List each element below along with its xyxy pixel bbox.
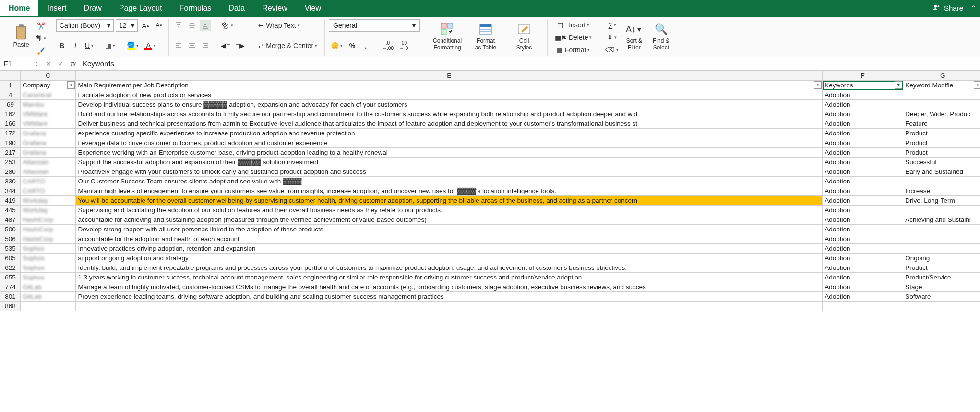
col-header-c[interactable]: C xyxy=(20,71,75,81)
cell[interactable]: Our Customer Success Team ensures client… xyxy=(76,177,823,186)
align-center-button[interactable] xyxy=(186,40,198,51)
header-cell-C[interactable]: Company▾ xyxy=(20,81,75,90)
row-header[interactable]: 655 xyxy=(0,273,21,282)
cell[interactable]: Adoption xyxy=(823,244,903,254)
cell[interactable]: Adoption xyxy=(823,254,903,263)
cell[interactable]: Adoption xyxy=(823,215,903,225)
cell[interactable]: 1-3 years working in customer success, t… xyxy=(76,273,823,282)
cell[interactable]: Deliver business and technical presentat… xyxy=(76,119,823,129)
cancel-formula-button[interactable]: ✕ xyxy=(42,60,55,68)
cell[interactable]: VMWare xyxy=(20,119,75,129)
tab-formulas[interactable]: Formulas xyxy=(171,0,220,16)
cell[interactable]: Increase xyxy=(903,186,980,196)
decrease-decimal-button[interactable]: .00→.0 xyxy=(397,40,410,51)
row-header[interactable]: 500 xyxy=(0,225,21,234)
row-header[interactable]: 445 xyxy=(0,206,21,215)
fill-color-button[interactable]: 🪣▾ xyxy=(125,40,141,51)
cell[interactable]: accountable for achieving and sustaining… xyxy=(76,215,823,225)
formula-input[interactable]: Keywords xyxy=(80,60,980,68)
col-header-f[interactable]: F xyxy=(823,71,903,81)
decrease-font-button[interactable]: A▾ xyxy=(153,20,165,31)
autosum-button[interactable]: ∑▾ xyxy=(603,19,621,31)
cell[interactable]: Product/Service xyxy=(903,273,980,282)
cell[interactable]: Adoption xyxy=(823,292,903,302)
increase-font-button[interactable]: A▴ xyxy=(140,20,151,31)
cell[interactable]: Adoption xyxy=(823,148,903,158)
name-box[interactable]: F1 ▲▼ xyxy=(0,57,42,70)
cell[interactable]: Develop individual success plans to ensu… xyxy=(76,100,823,109)
cell[interactable]: Stage xyxy=(903,282,980,292)
clear-button[interactable]: ⌫▾ xyxy=(603,44,621,56)
cell[interactable]: Facilitate adoption of new products or s… xyxy=(76,90,823,100)
cell[interactable]: Workday xyxy=(20,206,75,215)
cell[interactable]: HashiCorp xyxy=(20,225,75,234)
cell[interactable]: Mambu xyxy=(20,100,75,109)
cell[interactable]: Deeper, Wider, Produc xyxy=(903,109,980,119)
tab-data[interactable]: Data xyxy=(220,0,253,16)
row-header[interactable]: 1 xyxy=(0,81,21,90)
cell[interactable]: GitLab xyxy=(20,282,75,292)
cut-button[interactable]: ✂️ xyxy=(34,20,48,32)
cell[interactable]: Adoption xyxy=(823,109,903,119)
worksheet-grid[interactable]: C E F G 1Company▾Main Requirement per Jo… xyxy=(0,71,980,311)
cell[interactable]: Product xyxy=(903,263,980,273)
cell[interactable]: Adoption xyxy=(823,196,903,206)
cell[interactable] xyxy=(823,302,903,311)
copy-button[interactable]: 🗐▾ xyxy=(34,33,48,44)
cell[interactable]: Build and nurture relationships across a… xyxy=(76,109,823,119)
orientation-button[interactable]: ab▾ xyxy=(220,20,235,31)
bold-button[interactable]: B xyxy=(56,40,68,51)
cell[interactable]: CARTO xyxy=(20,177,75,186)
cell[interactable] xyxy=(903,302,980,311)
cell[interactable]: Sophos xyxy=(20,273,75,282)
filter-button-C[interactable]: ▾ xyxy=(67,81,75,89)
cell[interactable]: Atlassian xyxy=(20,167,75,177)
cell[interactable]: Adoption xyxy=(823,167,903,177)
cell[interactable]: HashiCorp xyxy=(20,215,75,225)
cell[interactable]: Adoption xyxy=(823,263,903,273)
row-header[interactable]: 344 xyxy=(0,186,21,196)
row-header[interactable]: 166 xyxy=(0,119,21,129)
increase-decimal-button[interactable]: .0←.00 xyxy=(380,40,395,51)
cell[interactable]: Sophos xyxy=(20,263,75,273)
row-header[interactable]: 774 xyxy=(0,282,21,292)
cell[interactable] xyxy=(903,225,980,234)
delete-cells-button[interactable]: ▦✖ Delete▾ xyxy=(551,32,595,43)
cell[interactable]: Canonical xyxy=(20,90,75,100)
font-name-select[interactable]: Calibri (Body)▾ xyxy=(56,19,114,32)
decrease-indent-button[interactable]: ◀≡ xyxy=(219,40,232,51)
row-header[interactable]: 172 xyxy=(0,129,21,138)
header-cell-F[interactable]: Keywords▼ xyxy=(823,81,903,90)
cell[interactable]: Adoption xyxy=(823,100,903,109)
accounting-format-button[interactable]: 🪙▾ xyxy=(329,40,345,51)
tab-view[interactable]: View xyxy=(296,0,330,16)
tab-page-layout[interactable]: Page Layout xyxy=(110,0,171,16)
cell[interactable]: Adoption xyxy=(823,158,903,167)
row-header[interactable]: 801 xyxy=(0,292,21,302)
cell[interactable]: Proactively engage with your customers t… xyxy=(76,167,823,177)
accept-formula-button[interactable]: ✓ xyxy=(55,60,67,68)
collapse-ribbon-icon[interactable]: ⌃ xyxy=(971,4,976,12)
italic-button[interactable]: I xyxy=(70,40,81,51)
cell[interactable]: Supervising and facilitating the adoptio… xyxy=(76,206,823,215)
cell[interactable]: Maintain high levels of engagement to en… xyxy=(76,186,823,196)
cell[interactable]: Experience working with an Enterprise cu… xyxy=(76,148,823,158)
cell[interactable] xyxy=(903,177,980,186)
tab-insert[interactable]: Insert xyxy=(38,0,75,16)
row-header[interactable]: 253 xyxy=(0,158,21,167)
align-bottom-button[interactable] xyxy=(200,20,211,31)
font-color-button[interactable]: A▾ xyxy=(143,40,158,51)
cell[interactable]: Adoption xyxy=(823,90,903,100)
format-cells-button[interactable]: ▦ Format▾ xyxy=(551,44,595,56)
cell[interactable]: Feature xyxy=(903,119,980,129)
tab-home[interactable]: Home xyxy=(0,0,38,16)
insert-cells-button[interactable]: ▦⁺ Insert▾ xyxy=(551,19,595,31)
cell[interactable]: Innovative practices driving adoption, r… xyxy=(76,244,823,254)
find-select-button[interactable]: 🔍 Find & Select xyxy=(647,19,674,53)
cell[interactable]: Adoption xyxy=(823,225,903,234)
row-header[interactable]: 535 xyxy=(0,244,21,254)
name-box-spinner[interactable]: ▲▼ xyxy=(35,61,38,67)
cell[interactable]: Sophos xyxy=(20,254,75,263)
format-as-table-button[interactable]: Format as Table xyxy=(466,19,505,53)
filter-button-G[interactable]: ▾ xyxy=(974,81,980,89)
